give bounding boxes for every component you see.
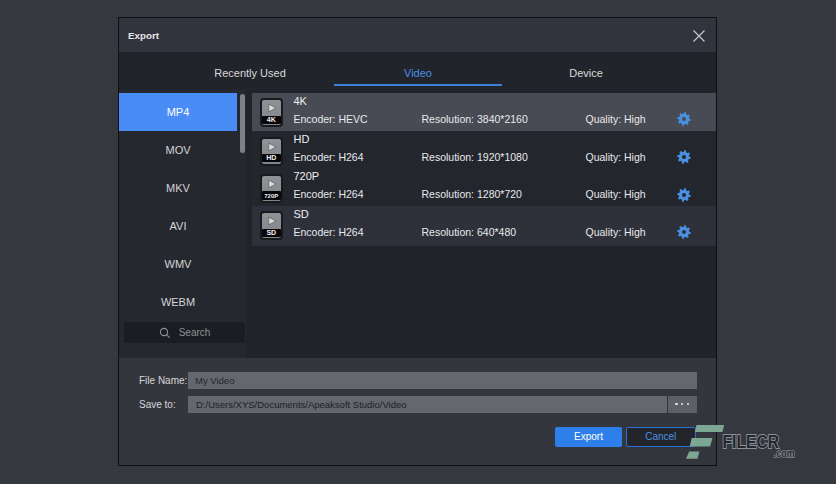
svg-text:FILECR: FILECR — [723, 432, 780, 452]
svg-text:.com: .com — [774, 448, 795, 459]
